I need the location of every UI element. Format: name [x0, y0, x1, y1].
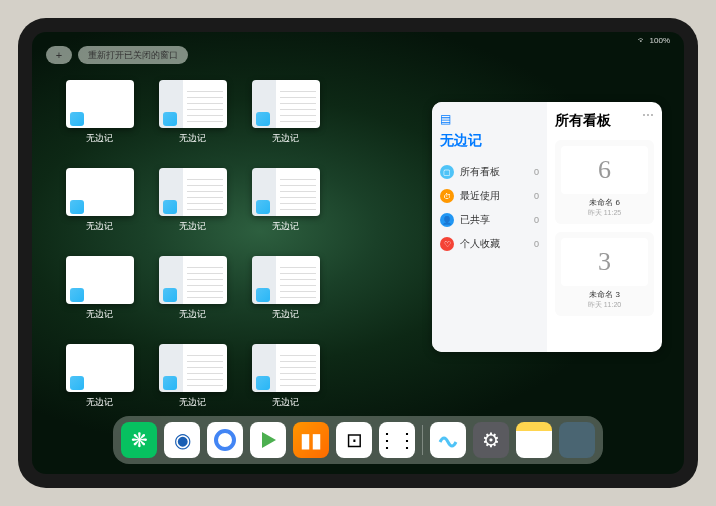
- heart-icon: ♡: [440, 237, 454, 251]
- dock: ❋ ◉ ▮▮ ⊡ ⋮⋮ ⚙: [113, 416, 603, 464]
- sidebar-item-favorites[interactable]: ♡个人收藏0: [440, 232, 539, 256]
- freeform-icon: [256, 288, 270, 302]
- panel-toolbar: ▤: [440, 112, 539, 126]
- play-icon: [258, 430, 278, 450]
- svg-point-0: [216, 431, 234, 449]
- freeform-sidebar-panel[interactable]: ▤ 无边记 ▢所有看板0 ⏱最近使用0 👤已共享0 ♡个人收藏0 ⋯ 所有看板 …: [432, 102, 662, 352]
- item-label: 个人收藏: [460, 237, 500, 251]
- thumb-preview: [252, 344, 320, 392]
- freeform-icon: [436, 428, 460, 452]
- panel-content: ⋯ 所有看板 6 未命名 6 昨天 11:25 3 未命名 3 昨天 11:20: [547, 102, 662, 352]
- sidebar-toggle-icon[interactable]: ▤: [440, 112, 451, 126]
- board-card[interactable]: 3 未命名 3 昨天 11:20: [555, 232, 654, 316]
- window-thumbnail[interactable]: 无边记: [62, 80, 137, 158]
- board-date: 昨天 11:20: [561, 300, 648, 310]
- freeform-icon: [256, 200, 270, 214]
- freeform-icon: [70, 112, 84, 126]
- sidebar-item-recent[interactable]: ⏱最近使用0: [440, 184, 539, 208]
- item-count: 0: [534, 191, 539, 201]
- dock-app-books[interactable]: ▮▮: [293, 422, 329, 458]
- dock-app-notes[interactable]: [516, 422, 552, 458]
- thumb-label: 无边记: [272, 308, 299, 321]
- panel-app-title: 无边记: [440, 132, 539, 150]
- thumb-label: 无边记: [179, 308, 206, 321]
- item-count: 0: [534, 167, 539, 177]
- thumb-label: 无边记: [272, 220, 299, 233]
- window-thumbnail[interactable]: 无边记: [155, 168, 230, 246]
- window-thumbnail[interactable]: 无边记: [155, 344, 230, 422]
- dock-app-hd[interactable]: ◉: [164, 422, 200, 458]
- freeform-icon: [163, 376, 177, 390]
- dice-icon: ⊡: [346, 428, 363, 452]
- thumb-preview: [159, 256, 227, 304]
- window-thumbnail[interactable]: 无边记: [62, 256, 137, 334]
- dock-separator: [422, 425, 423, 455]
- thumb-label: 无边记: [86, 396, 113, 409]
- window-thumbnail[interactable]: 无边记: [248, 344, 323, 422]
- window-thumbnail[interactable]: 无边记: [248, 256, 323, 334]
- sidebar-item-all-boards[interactable]: ▢所有看板0: [440, 160, 539, 184]
- dock-app-browser[interactable]: [207, 422, 243, 458]
- wechat-icon: ❋: [131, 428, 148, 452]
- more-icon[interactable]: ⋯: [642, 108, 654, 122]
- dock-app-library[interactable]: [559, 422, 595, 458]
- freeform-icon: [163, 200, 177, 214]
- thumb-label: 无边记: [86, 308, 113, 321]
- thumb-label: 无边记: [179, 220, 206, 233]
- window-thumbnail[interactable]: 无边记: [248, 168, 323, 246]
- new-window-button[interactable]: +: [46, 46, 72, 64]
- thumb-preview: [159, 344, 227, 392]
- thumb-preview: [252, 168, 320, 216]
- nodes-icon: ⋮⋮: [377, 428, 417, 452]
- thumb-preview: [252, 256, 320, 304]
- status-bar: ᯤ 100%: [638, 36, 670, 45]
- board-preview: 6: [561, 146, 648, 194]
- thumb-label: 无边记: [86, 132, 113, 145]
- grid-icon: ▢: [440, 165, 454, 179]
- thumb-preview: [252, 80, 320, 128]
- sidebar-item-shared[interactable]: 👤已共享0: [440, 208, 539, 232]
- window-thumbnail[interactable]: 无边记: [155, 80, 230, 158]
- thumb-label: 无边记: [86, 220, 113, 233]
- thumb-preview: [66, 344, 134, 392]
- ipad-bezel: ᯤ 100% + 重新打开已关闭的窗口 无边记 无边记 无边记 无边记 无边记 …: [18, 18, 698, 488]
- board-date: 昨天 11:25: [561, 208, 648, 218]
- freeform-icon: [256, 376, 270, 390]
- item-label: 所有看板: [460, 165, 500, 179]
- thumb-label: 无边记: [272, 132, 299, 145]
- dock-app-settings[interactable]: ⚙: [473, 422, 509, 458]
- battery-label: 100%: [650, 36, 670, 45]
- screen: ᯤ 100% + 重新打开已关闭的窗口 无边记 无边记 无边记 无边记 无边记 …: [32, 32, 684, 474]
- thumb-preview: [66, 168, 134, 216]
- dock-app-play[interactable]: [250, 422, 286, 458]
- top-controls: + 重新打开已关闭的窗口: [46, 46, 188, 64]
- item-label: 已共享: [460, 213, 490, 227]
- dock-app-wechat[interactable]: ❋: [121, 422, 157, 458]
- item-count: 0: [534, 239, 539, 249]
- plus-icon: +: [56, 49, 62, 61]
- window-thumbnail[interactable]: 无边记: [62, 344, 137, 422]
- dock-app-nodes[interactable]: ⋮⋮: [379, 422, 415, 458]
- item-label: 最近使用: [460, 189, 500, 203]
- board-card[interactable]: 6 未命名 6 昨天 11:25: [555, 140, 654, 224]
- clock-icon: ⏱: [440, 189, 454, 203]
- dock-app-dice[interactable]: ⊡: [336, 422, 372, 458]
- thumb-label: 无边记: [179, 132, 206, 145]
- freeform-icon: [70, 200, 84, 214]
- window-thumbnail[interactable]: 无边记: [248, 80, 323, 158]
- reopen-label: 重新打开已关闭的窗口: [88, 49, 178, 62]
- reopen-closed-window-button[interactable]: 重新打开已关闭的窗口: [78, 46, 188, 64]
- hd-icon: ◉: [174, 428, 191, 452]
- panel-section-title: 所有看板: [555, 112, 654, 130]
- window-thumbnail[interactable]: 无边记: [155, 256, 230, 334]
- thumb-preview: [159, 80, 227, 128]
- window-thumbnail[interactable]: 无边记: [62, 168, 137, 246]
- dock-app-freeform[interactable]: [430, 422, 466, 458]
- board-name: 未命名 6: [561, 197, 648, 208]
- svg-marker-1: [262, 432, 276, 448]
- freeform-icon: [256, 112, 270, 126]
- books-icon: ▮▮: [300, 428, 322, 452]
- board-preview: 3: [561, 238, 648, 286]
- freeform-icon: [163, 288, 177, 302]
- person-icon: 👤: [440, 213, 454, 227]
